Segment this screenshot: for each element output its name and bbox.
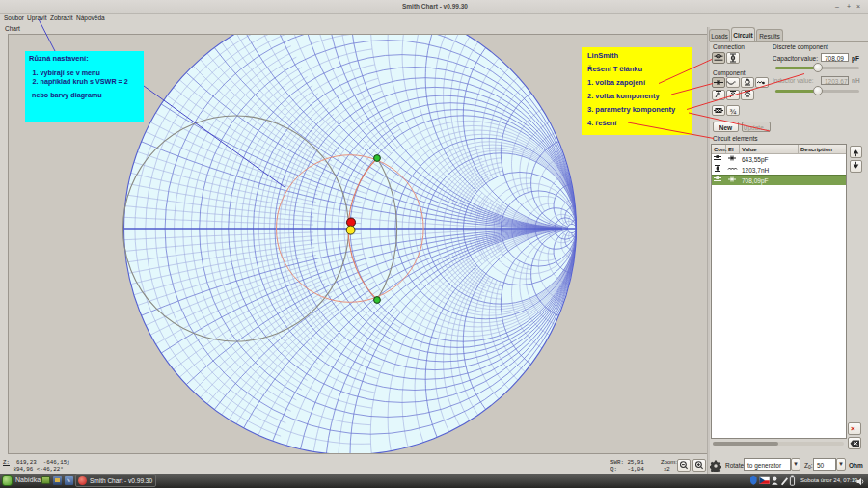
svg-text:¾: ¾ (730, 107, 737, 116)
